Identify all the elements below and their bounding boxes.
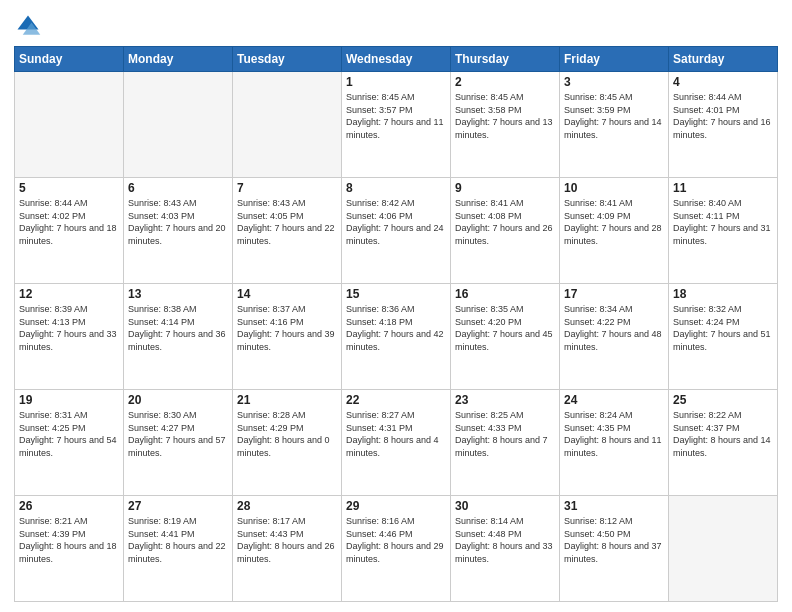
day-number: 25 bbox=[673, 393, 773, 407]
calendar-cell: 4Sunrise: 8:44 AM Sunset: 4:01 PM Daylig… bbox=[669, 72, 778, 178]
day-number: 20 bbox=[128, 393, 228, 407]
calendar-header-row: Sunday Monday Tuesday Wednesday Thursday… bbox=[15, 47, 778, 72]
calendar-cell: 6Sunrise: 8:43 AM Sunset: 4:03 PM Daylig… bbox=[124, 178, 233, 284]
day-info: Sunrise: 8:40 AM Sunset: 4:11 PM Dayligh… bbox=[673, 197, 773, 247]
day-info: Sunrise: 8:19 AM Sunset: 4:41 PM Dayligh… bbox=[128, 515, 228, 565]
day-info: Sunrise: 8:32 AM Sunset: 4:24 PM Dayligh… bbox=[673, 303, 773, 353]
calendar-week-row: 5Sunrise: 8:44 AM Sunset: 4:02 PM Daylig… bbox=[15, 178, 778, 284]
day-number: 23 bbox=[455, 393, 555, 407]
calendar-cell bbox=[124, 72, 233, 178]
col-friday: Friday bbox=[560, 47, 669, 72]
day-info: Sunrise: 8:35 AM Sunset: 4:20 PM Dayligh… bbox=[455, 303, 555, 353]
day-info: Sunrise: 8:45 AM Sunset: 3:58 PM Dayligh… bbox=[455, 91, 555, 141]
calendar-table: Sunday Monday Tuesday Wednesday Thursday… bbox=[14, 46, 778, 602]
calendar-week-row: 19Sunrise: 8:31 AM Sunset: 4:25 PM Dayli… bbox=[15, 390, 778, 496]
day-info: Sunrise: 8:34 AM Sunset: 4:22 PM Dayligh… bbox=[564, 303, 664, 353]
day-number: 3 bbox=[564, 75, 664, 89]
calendar-cell: 31Sunrise: 8:12 AM Sunset: 4:50 PM Dayli… bbox=[560, 496, 669, 602]
calendar-cell: 16Sunrise: 8:35 AM Sunset: 4:20 PM Dayli… bbox=[451, 284, 560, 390]
calendar-cell: 28Sunrise: 8:17 AM Sunset: 4:43 PM Dayli… bbox=[233, 496, 342, 602]
day-number: 21 bbox=[237, 393, 337, 407]
day-info: Sunrise: 8:14 AM Sunset: 4:48 PM Dayligh… bbox=[455, 515, 555, 565]
calendar-week-row: 1Sunrise: 8:45 AM Sunset: 3:57 PM Daylig… bbox=[15, 72, 778, 178]
day-info: Sunrise: 8:45 AM Sunset: 3:59 PM Dayligh… bbox=[564, 91, 664, 141]
calendar-cell: 11Sunrise: 8:40 AM Sunset: 4:11 PM Dayli… bbox=[669, 178, 778, 284]
day-info: Sunrise: 8:43 AM Sunset: 4:05 PM Dayligh… bbox=[237, 197, 337, 247]
calendar-cell: 9Sunrise: 8:41 AM Sunset: 4:08 PM Daylig… bbox=[451, 178, 560, 284]
calendar-cell: 23Sunrise: 8:25 AM Sunset: 4:33 PM Dayli… bbox=[451, 390, 560, 496]
day-info: Sunrise: 8:41 AM Sunset: 4:09 PM Dayligh… bbox=[564, 197, 664, 247]
day-info: Sunrise: 8:39 AM Sunset: 4:13 PM Dayligh… bbox=[19, 303, 119, 353]
calendar-cell bbox=[233, 72, 342, 178]
day-number: 28 bbox=[237, 499, 337, 513]
calendar-cell: 14Sunrise: 8:37 AM Sunset: 4:16 PM Dayli… bbox=[233, 284, 342, 390]
calendar-cell bbox=[15, 72, 124, 178]
calendar-cell: 20Sunrise: 8:30 AM Sunset: 4:27 PM Dayli… bbox=[124, 390, 233, 496]
day-info: Sunrise: 8:37 AM Sunset: 4:16 PM Dayligh… bbox=[237, 303, 337, 353]
day-number: 12 bbox=[19, 287, 119, 301]
day-number: 27 bbox=[128, 499, 228, 513]
day-number: 15 bbox=[346, 287, 446, 301]
day-number: 7 bbox=[237, 181, 337, 195]
calendar-cell: 22Sunrise: 8:27 AM Sunset: 4:31 PM Dayli… bbox=[342, 390, 451, 496]
day-number: 22 bbox=[346, 393, 446, 407]
day-number: 17 bbox=[564, 287, 664, 301]
day-info: Sunrise: 8:43 AM Sunset: 4:03 PM Dayligh… bbox=[128, 197, 228, 247]
calendar-cell: 29Sunrise: 8:16 AM Sunset: 4:46 PM Dayli… bbox=[342, 496, 451, 602]
day-number: 14 bbox=[237, 287, 337, 301]
day-number: 16 bbox=[455, 287, 555, 301]
day-info: Sunrise: 8:44 AM Sunset: 4:01 PM Dayligh… bbox=[673, 91, 773, 141]
logo bbox=[14, 12, 46, 40]
calendar-cell bbox=[669, 496, 778, 602]
calendar-cell: 7Sunrise: 8:43 AM Sunset: 4:05 PM Daylig… bbox=[233, 178, 342, 284]
day-info: Sunrise: 8:24 AM Sunset: 4:35 PM Dayligh… bbox=[564, 409, 664, 459]
calendar-cell: 3Sunrise: 8:45 AM Sunset: 3:59 PM Daylig… bbox=[560, 72, 669, 178]
calendar-cell: 24Sunrise: 8:24 AM Sunset: 4:35 PM Dayli… bbox=[560, 390, 669, 496]
day-number: 11 bbox=[673, 181, 773, 195]
day-info: Sunrise: 8:21 AM Sunset: 4:39 PM Dayligh… bbox=[19, 515, 119, 565]
col-sunday: Sunday bbox=[15, 47, 124, 72]
calendar-cell: 10Sunrise: 8:41 AM Sunset: 4:09 PM Dayli… bbox=[560, 178, 669, 284]
calendar-cell: 19Sunrise: 8:31 AM Sunset: 4:25 PM Dayli… bbox=[15, 390, 124, 496]
page: Sunday Monday Tuesday Wednesday Thursday… bbox=[0, 0, 792, 612]
calendar-cell: 21Sunrise: 8:28 AM Sunset: 4:29 PM Dayli… bbox=[233, 390, 342, 496]
col-saturday: Saturday bbox=[669, 47, 778, 72]
calendar-cell: 5Sunrise: 8:44 AM Sunset: 4:02 PM Daylig… bbox=[15, 178, 124, 284]
day-number: 30 bbox=[455, 499, 555, 513]
day-number: 1 bbox=[346, 75, 446, 89]
day-info: Sunrise: 8:22 AM Sunset: 4:37 PM Dayligh… bbox=[673, 409, 773, 459]
calendar-cell: 25Sunrise: 8:22 AM Sunset: 4:37 PM Dayli… bbox=[669, 390, 778, 496]
day-number: 19 bbox=[19, 393, 119, 407]
day-number: 26 bbox=[19, 499, 119, 513]
day-number: 24 bbox=[564, 393, 664, 407]
day-info: Sunrise: 8:27 AM Sunset: 4:31 PM Dayligh… bbox=[346, 409, 446, 459]
col-tuesday: Tuesday bbox=[233, 47, 342, 72]
day-info: Sunrise: 8:41 AM Sunset: 4:08 PM Dayligh… bbox=[455, 197, 555, 247]
col-wednesday: Wednesday bbox=[342, 47, 451, 72]
day-number: 13 bbox=[128, 287, 228, 301]
day-number: 5 bbox=[19, 181, 119, 195]
day-info: Sunrise: 8:12 AM Sunset: 4:50 PM Dayligh… bbox=[564, 515, 664, 565]
logo-icon bbox=[14, 12, 42, 40]
calendar-cell: 27Sunrise: 8:19 AM Sunset: 4:41 PM Dayli… bbox=[124, 496, 233, 602]
col-thursday: Thursday bbox=[451, 47, 560, 72]
col-monday: Monday bbox=[124, 47, 233, 72]
calendar-week-row: 12Sunrise: 8:39 AM Sunset: 4:13 PM Dayli… bbox=[15, 284, 778, 390]
day-number: 2 bbox=[455, 75, 555, 89]
header-row bbox=[14, 12, 778, 40]
day-info: Sunrise: 8:36 AM Sunset: 4:18 PM Dayligh… bbox=[346, 303, 446, 353]
day-info: Sunrise: 8:42 AM Sunset: 4:06 PM Dayligh… bbox=[346, 197, 446, 247]
day-number: 8 bbox=[346, 181, 446, 195]
calendar-week-row: 26Sunrise: 8:21 AM Sunset: 4:39 PM Dayli… bbox=[15, 496, 778, 602]
calendar-cell: 13Sunrise: 8:38 AM Sunset: 4:14 PM Dayli… bbox=[124, 284, 233, 390]
day-info: Sunrise: 8:30 AM Sunset: 4:27 PM Dayligh… bbox=[128, 409, 228, 459]
calendar-cell: 8Sunrise: 8:42 AM Sunset: 4:06 PM Daylig… bbox=[342, 178, 451, 284]
calendar-cell: 17Sunrise: 8:34 AM Sunset: 4:22 PM Dayli… bbox=[560, 284, 669, 390]
day-info: Sunrise: 8:28 AM Sunset: 4:29 PM Dayligh… bbox=[237, 409, 337, 459]
calendar-cell: 2Sunrise: 8:45 AM Sunset: 3:58 PM Daylig… bbox=[451, 72, 560, 178]
day-number: 31 bbox=[564, 499, 664, 513]
day-info: Sunrise: 8:16 AM Sunset: 4:46 PM Dayligh… bbox=[346, 515, 446, 565]
calendar-cell: 26Sunrise: 8:21 AM Sunset: 4:39 PM Dayli… bbox=[15, 496, 124, 602]
day-info: Sunrise: 8:38 AM Sunset: 4:14 PM Dayligh… bbox=[128, 303, 228, 353]
calendar-cell: 1Sunrise: 8:45 AM Sunset: 3:57 PM Daylig… bbox=[342, 72, 451, 178]
